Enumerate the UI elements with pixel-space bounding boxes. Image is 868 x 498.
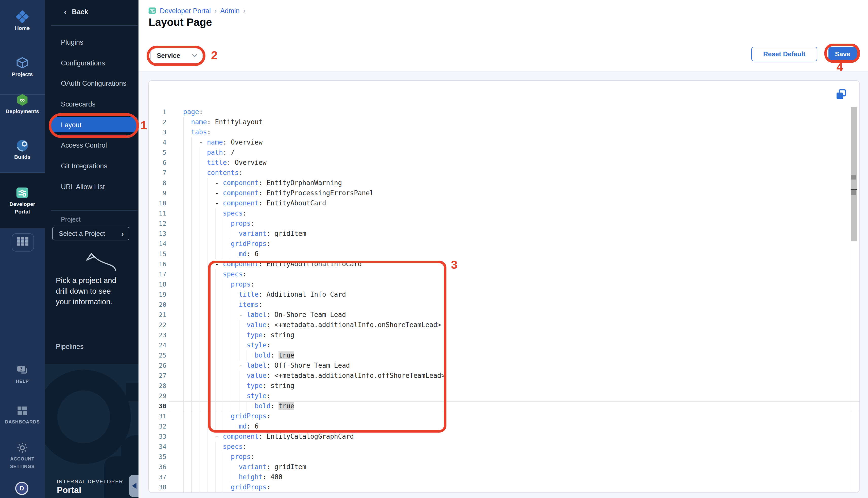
code-line[interactable]: 30 bold: true <box>148 401 859 411</box>
code-line[interactable]: 10 - component: EntityAboutCard <box>148 198 859 208</box>
indent-guide <box>183 269 184 279</box>
code-line[interactable]: 22 value: <+metadata.additionalInfo.onSh… <box>148 320 859 330</box>
module-projects[interactable]: Projects <box>0 56 44 77</box>
module-switcher-button[interactable] <box>12 233 34 251</box>
avatar[interactable]: D <box>15 482 28 495</box>
project-hint-text: Pick a project anddrill down to seeyour … <box>56 275 116 307</box>
sidebar-collapse-button[interactable] <box>129 475 139 497</box>
code-text: gridProps: <box>169 239 859 249</box>
module-builds[interactable]: Builds <box>0 139 44 160</box>
rail-help[interactable]: ?HELP <box>0 364 44 384</box>
code-text: specs: <box>169 442 859 452</box>
sidebar-item-scorecards[interactable]: Scorecards <box>44 94 139 114</box>
copy-icon <box>835 89 847 100</box>
sidebar-divider <box>51 25 138 26</box>
main-area: Developer Portal › Admin › Layout Page S… <box>139 0 868 498</box>
decor-bar <box>126 383 139 401</box>
code-line[interactable]: 20 items: <box>148 300 859 310</box>
code-line[interactable]: 14 gridProps: <box>148 239 859 249</box>
decor-circle <box>44 370 131 464</box>
code-line[interactable]: 33 - component: EntityCatalogGraphCard <box>148 432 859 442</box>
code-line[interactable]: 17 specs: <box>148 269 859 279</box>
breadcrumb-admin[interactable]: Admin <box>220 7 240 14</box>
sidebar-item-git-integrations[interactable]: Git Integrations <box>44 156 139 176</box>
code-line[interactable]: 36 variant: gridItem <box>148 462 859 472</box>
code-line[interactable]: 32 md: 6 <box>148 421 859 432</box>
code-line[interactable]: 6 title: Overview <box>148 158 859 168</box>
code-line[interactable]: 16 - component: EntityAdditionalInfoCard <box>148 259 859 269</box>
code-line[interactable]: 35 props: <box>148 452 859 462</box>
copy-button[interactable] <box>835 89 847 100</box>
module-developer-portal[interactable]: DeveloperPortal <box>0 186 44 214</box>
code-line[interactable]: 18 props: <box>148 279 859 290</box>
indent-guide <box>215 330 215 340</box>
yaml-key: name <box>191 118 207 126</box>
code-line[interactable]: 25 bold: true <box>148 351 859 361</box>
indent-guide <box>215 300 215 310</box>
code-line[interactable]: 23 type: string <box>148 330 859 340</box>
sidebar-item-layout[interactable]: Layout <box>44 115 139 135</box>
code-line[interactable]: 9 - component: EntityProcessingErrorsPan… <box>148 188 859 198</box>
scrollbar-thumb[interactable] <box>851 107 857 241</box>
code-line[interactable]: 34 specs: <box>148 442 859 452</box>
sidebar-item-plugins[interactable]: Plugins <box>44 32 139 52</box>
breadcrumb-developer-portal[interactable]: Developer Portal <box>160 7 211 14</box>
reset-default-button[interactable]: Reset Default <box>751 47 817 61</box>
code-line[interactable]: 28 type: string <box>148 381 859 391</box>
module-home[interactable]: Home <box>0 10 44 31</box>
rail-dashboards[interactable]: DASHBOARDS <box>0 404 44 425</box>
code-line[interactable]: 15 md: 6 <box>148 249 859 259</box>
back-button[interactable]: ‹ Back <box>64 8 88 16</box>
sidebar-item-pipelines[interactable]: Pipelines <box>56 343 84 351</box>
yaml-value: <+metadata.additionalInfo.onShoreTeamLea… <box>274 321 441 329</box>
indent-guide <box>223 340 223 351</box>
module-label: Builds <box>14 154 30 160</box>
code-line[interactable]: 13 variant: gridItem <box>148 229 859 239</box>
sidebar-item-access-control[interactable]: Access Control <box>44 135 139 156</box>
code-line[interactable]: 7 contents: <box>148 168 859 178</box>
indent-guide <box>223 239 223 249</box>
sidebar-item-configurations[interactable]: Configurations <box>44 52 139 73</box>
sidebar-item-oauth-configurations[interactable]: OAuth Configurations <box>44 73 139 94</box>
code-line[interactable]: 26 - label: Off-Shore Team Lead <box>148 361 859 371</box>
project-select-button[interactable]: Select a Project › <box>52 227 129 240</box>
line-number: 34 <box>148 442 169 452</box>
project-label: Project <box>61 216 81 223</box>
rail-account-settings[interactable]: ACCOUNTSETTINGS <box>0 441 44 470</box>
module-deployments[interactable]: ∞Deployments <box>0 93 44 114</box>
code-line[interactable]: 31 gridProps: <box>148 411 859 421</box>
indent-guide <box>199 239 199 249</box>
code-line[interactable]: 38 gridProps: <box>148 482 859 493</box>
code-line[interactable]: 24 style: <box>148 340 859 351</box>
code-line[interactable]: 12 props: <box>148 219 859 229</box>
code-line[interactable]: 5 path: / <box>148 147 859 158</box>
module-label: Home <box>15 25 30 31</box>
yaml-editor[interactable]: 1page:2 name: EntityLayout3 tabs:4 - nam… <box>148 107 859 493</box>
yaml-key: name <box>207 139 223 146</box>
yaml-key: style <box>247 341 266 349</box>
yaml-value: EntityAdditionalInfoCard <box>267 260 362 268</box>
code-line[interactable]: 19 title: Additional Info Card <box>148 290 859 300</box>
code-line[interactable]: 8 - component: EntityOrphanWarning <box>148 178 859 188</box>
code-line[interactable]: 3 tabs: <box>148 127 859 137</box>
code-line[interactable]: 27 value: <+metadata.additionalInfo.offS… <box>148 371 859 381</box>
code-line[interactable]: 2 name: EntityLayout <box>148 117 859 127</box>
code-line[interactable]: 4 - name: Overview <box>148 137 859 147</box>
code-line[interactable]: 21 - label: On-Shore Team Lead <box>148 310 859 320</box>
code-line[interactable]: 29 style: <box>148 391 859 401</box>
indent-guide <box>207 361 207 371</box>
service-select[interactable]: Service <box>150 47 203 63</box>
indent-guide <box>207 462 207 472</box>
indent-guide <box>231 351 231 361</box>
code-line[interactable]: 11 specs: <box>148 208 859 219</box>
indent-guide <box>207 259 207 269</box>
indent-guide <box>223 462 223 472</box>
sidebar-item-url-allow-list[interactable]: URL Allow List <box>44 176 139 197</box>
line-number: 35 <box>148 452 169 462</box>
save-button[interactable]: Save <box>828 47 857 61</box>
indent-guide <box>199 340 199 351</box>
code-line[interactable]: 37 height: 400 <box>148 472 859 482</box>
code-line[interactable]: 1page: <box>148 107 859 117</box>
yaml-value: Overview <box>235 159 267 166</box>
line-number: 10 <box>148 198 169 208</box>
